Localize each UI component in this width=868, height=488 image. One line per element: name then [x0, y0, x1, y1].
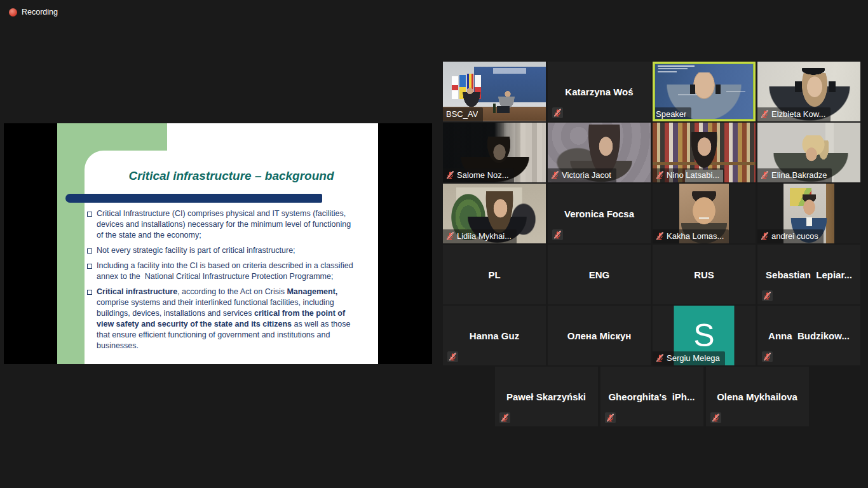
participant-grid: BSC_AVKatarzyna WośSpeakerElzbieta Kow..… [443, 62, 860, 365]
participant-tile-sebastian-lepiar[interactable]: Sebastian Lepiar... [757, 245, 860, 304]
muted-mic-icon [446, 171, 454, 179]
participant-tile-nino-latsabi[interactable]: Nino Latsabi... [653, 123, 756, 182]
participant-tile-elina-bakradze[interactable]: Elina.Bakradze [757, 123, 860, 182]
muted-mic-icon [761, 171, 769, 179]
participant-name: Victoria Jacot [562, 170, 611, 180]
name-label: Elzbieta Kow... [757, 107, 831, 121]
muted-mic-icon [447, 351, 458, 362]
participant-tile-sergiu-melega[interactable]: SSergiu Melega [653, 306, 756, 365]
slide-bullet: Not every strategic facility is part of … [86, 245, 358, 256]
muted-mic-icon [761, 110, 769, 118]
name-label: Nino Latsabi... [653, 168, 724, 182]
participant-tile-eng[interactable]: ENG [548, 245, 651, 304]
name-label: BSC_AV [443, 107, 483, 121]
slide-bullets: Critical Infrastructure (CI) comprises p… [86, 208, 358, 356]
participant-name: Hanna Guz [443, 306, 546, 365]
recording-dot-icon [9, 8, 17, 17]
participant-name: BSC_AV [446, 109, 478, 119]
name-label: Speaker [653, 107, 691, 121]
name-label: Sergiu Melega [653, 351, 725, 365]
slide-bullet: Including a facility into the CI is base… [86, 261, 358, 282]
name-label: Lidiia Mykhai... [443, 229, 517, 243]
participant-name: Veronica Focsa [548, 184, 651, 243]
participant-name: andrei cucos [771, 231, 818, 241]
muted-mic-icon [552, 107, 563, 118]
name-label: andrei cucos [757, 229, 824, 243]
participant-tile-olena-mykhailova[interactable]: Olena Mykhailova [706, 367, 809, 426]
participant-name: Katarzyna Woś [548, 62, 651, 121]
muted-mic-icon [552, 229, 563, 240]
participant-tile-gheorghita-s-iph[interactable]: Gheorghita's iPh... [600, 367, 703, 426]
muted-mic-icon [710, 412, 721, 423]
participant-tile-pl[interactable]: PL [443, 245, 546, 304]
participant-name: Elina.Bakradze [771, 170, 827, 180]
name-label: Elina.Bakradze [757, 168, 832, 182]
muted-mic-icon [656, 232, 664, 240]
participant-tile-veronica-focsa[interactable]: Veronica Focsa [548, 184, 651, 243]
zoom-meeting-window: Recording Critical infrastructure – back… [0, 0, 868, 488]
muted-mic-icon [605, 412, 616, 423]
participant-name: Elzbieta Kow... [771, 109, 825, 119]
slide-bullet: Critical infrastructure, according to th… [86, 287, 358, 351]
participant-tile-katarzyna-wo[interactable]: Katarzyna Woś [548, 62, 651, 121]
participant-tile-hanna-guz[interactable]: Hanna Guz [443, 306, 546, 365]
slide-title-bar [65, 194, 322, 203]
participant-tile-kakha-lomas[interactable]: Kakha Lomas... [653, 184, 756, 243]
muted-mic-icon [762, 351, 773, 362]
participant-name: Olena Mykhailova [706, 367, 809, 426]
name-label: Salome Noz... [443, 168, 514, 182]
participant-name: PL [443, 245, 546, 304]
participant-tile-rus[interactable]: RUS [653, 245, 756, 304]
participant-tile-elzbieta-kow[interactable]: Elzbieta Kow... [757, 62, 860, 121]
participant-tile-andrei-cucos[interactable]: andrei cucos [757, 184, 860, 243]
participant-name: Nino Latsabi... [667, 170, 719, 180]
participant-name: Lidiia Mykhai... [457, 231, 512, 241]
muted-mic-icon [762, 290, 773, 301]
participant-tile-anna-budzikow[interactable]: Anna Budzikow... [757, 306, 860, 365]
muted-mic-icon [656, 354, 664, 362]
recording-label: Recording [22, 8, 58, 17]
participant-tile-lidiia-mykhai[interactable]: Lidiia Mykhai... [443, 184, 546, 243]
participant-tile-bsc-av[interactable]: BSC_AV [443, 62, 546, 121]
participant-tile-олена-міскун[interactable]: Олена Міскун [548, 306, 651, 365]
muted-mic-icon [656, 171, 664, 179]
presentation-slide: Critical infrastructure – background Cri… [57, 123, 378, 364]
participant-tile-speaker[interactable]: Speaker [653, 62, 756, 121]
participant-name: Salome Noz... [457, 170, 509, 180]
recording-indicator: Recording [9, 8, 58, 17]
muted-mic-icon [499, 412, 510, 423]
participant-name: Sergiu Melega [667, 353, 720, 363]
participant-name: Олена Міскун [548, 306, 651, 365]
participant-bottom-row: Paweł SkarzyńskiGheorghita's iPh...Olena… [443, 367, 860, 426]
name-label: Victoria Jacot [548, 168, 616, 182]
participant-name: Sebastian Lepiar... [757, 245, 860, 304]
name-label: Kakha Lomas... [653, 229, 729, 243]
participant-name: Kakha Lomas... [667, 231, 724, 241]
participant-name: RUS [653, 245, 756, 304]
participant-tile-salome-noz[interactable]: Salome Noz... [443, 123, 546, 182]
participant-name: ENG [548, 245, 651, 304]
participant-name: Speaker [656, 109, 686, 119]
slide-bullet: Critical Infrastructure (CI) comprises p… [86, 208, 358, 241]
participant-tile-pawe-skarzy-ski[interactable]: Paweł Skarzyński [495, 367, 598, 426]
muted-mic-icon [551, 171, 559, 179]
screenshare-region: Critical infrastructure – background Cri… [4, 123, 432, 364]
participant-name: Paweł Skarzyński [495, 367, 598, 426]
participant-tile-victoria-jacot[interactable]: Victoria Jacot [548, 123, 651, 182]
muted-mic-icon [446, 232, 454, 240]
participant-name: Gheorghita's iPh... [600, 367, 703, 426]
muted-mic-icon [761, 232, 769, 240]
slide-title: Critical infrastructure – background [85, 169, 378, 183]
participant-name: Anna Budzikow... [757, 306, 860, 365]
